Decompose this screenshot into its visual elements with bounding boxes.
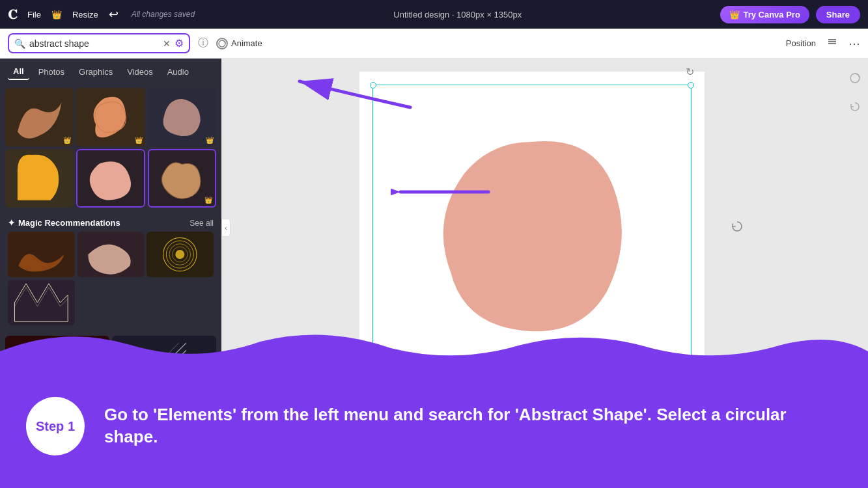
design-title: Untitled design · 1080px × 1350px (393, 10, 522, 20)
step-description: Go to 'Elements' from the left menu and … (104, 404, 842, 448)
tab-graphics[interactable]: Graphics (74, 64, 118, 79)
step-label: Step 1 (36, 419, 75, 434)
handle-top-left[interactable] (370, 82, 376, 88)
search-results-grid: 👑 👑 👑 (0, 85, 221, 210)
saved-status: All changes saved (132, 10, 195, 19)
tab-audio[interactable]: Audio (162, 64, 194, 79)
result-item-4[interactable] (5, 149, 74, 208)
search-input[interactable] (29, 38, 159, 49)
undo-button[interactable]: ↩ (109, 7, 119, 21)
toolbar-icon-2[interactable]: ⋯ (848, 36, 860, 51)
info-button[interactable]: ⓘ (198, 36, 208, 50)
crown-badge-2: 👑 (135, 137, 143, 144)
result-item-3[interactable]: 👑 (148, 88, 216, 146)
see-all-button[interactable]: See all (189, 219, 214, 228)
crown-icon: 👑 (51, 10, 62, 20)
result-item-5[interactable] (76, 149, 145, 208)
second-bar: 🔍 ✕ ⚙ ⓘ Animate Position ⋯ (0, 29, 868, 59)
tab-photos[interactable]: Photos (33, 64, 70, 79)
crown-badge-6: 👑 (204, 197, 212, 204)
svg-point-7 (176, 250, 185, 259)
position-button[interactable]: Position (786, 38, 816, 48)
right-refresh-icon[interactable] (848, 100, 861, 116)
result-item-6[interactable]: 👑 (148, 149, 216, 208)
top-bar: 𝐂 File 👑 Resize ↩ All changes saved Unti… (0, 0, 868, 29)
abstract-blob-element[interactable] (412, 122, 652, 346)
magic-item-1[interactable] (8, 232, 75, 277)
collapse-panel-button[interactable]: ‹ (221, 219, 231, 237)
rotate-button-side[interactable] (731, 220, 744, 236)
app-logo: 𝐂 (8, 7, 17, 22)
magic-item-4[interactable] (8, 280, 75, 325)
magic-recommendations-section: ✦ Magic Recommendations See all (0, 213, 221, 331)
search-clear-button[interactable]: ✕ (163, 38, 171, 49)
handle-top-right[interactable] (688, 82, 694, 88)
filter-tabs: All Photos Graphics Videos Audio (0, 59, 221, 85)
try-pro-button[interactable]: 👑 Try Canva Pro (720, 6, 809, 23)
file-menu[interactable]: File (27, 10, 41, 20)
step-circle: Step 1 (26, 397, 85, 455)
resize-menu[interactable]: Resize (72, 10, 98, 20)
animate-button[interactable]: Animate (216, 38, 262, 49)
crown-badge-1: 👑 (63, 137, 71, 144)
crown-badge-3: 👑 (206, 137, 214, 144)
magic-title: ✦ Magic Recommendations (8, 218, 120, 228)
sparkle-icon: ✦ (8, 218, 15, 228)
tab-videos[interactable]: Videos (122, 64, 158, 79)
bottom-content: Step 1 Go to 'Elements' from the left me… (0, 358, 868, 488)
magic-item-2[interactable] (77, 232, 145, 277)
magic-item-3[interactable] (147, 232, 214, 277)
share-button[interactable]: Share (816, 6, 860, 23)
search-container: 🔍 ✕ ⚙ (8, 33, 190, 53)
tab-all[interactable]: All (8, 64, 29, 80)
rotate-button-top[interactable]: ↻ (686, 66, 694, 78)
toolbar-icon-1[interactable] (826, 36, 838, 51)
search-icon: 🔍 (14, 38, 25, 49)
bottom-section: Step 1 Go to 'Elements' from the left me… (0, 358, 868, 488)
right-rotate-icon[interactable] (848, 72, 861, 87)
magic-grid (8, 232, 214, 325)
result-item-1[interactable]: 👑 (5, 88, 74, 146)
result-item-2[interactable]: 👑 (76, 88, 145, 146)
search-filter-button[interactable]: ⚙ (175, 37, 184, 49)
animate-icon (216, 38, 228, 49)
crown-pro-icon: 👑 (729, 10, 740, 20)
